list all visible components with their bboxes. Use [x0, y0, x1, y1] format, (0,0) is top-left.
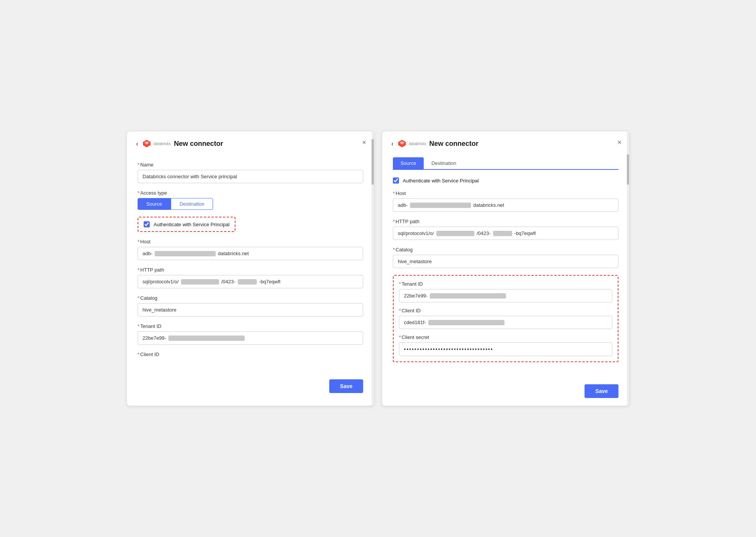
host-prefix: adb-	[143, 251, 152, 256]
back-button-left[interactable]: ‹	[136, 140, 138, 148]
client-secret-field-group: * Client secret ••••••••••••••••••••••••…	[399, 334, 612, 356]
catalog-label-right: * Catalog	[393, 247, 618, 253]
client-id-label: * Client ID	[138, 352, 363, 357]
name-label: * Name	[138, 162, 363, 168]
authenticate-label: Authenticate with Service Principal	[154, 222, 229, 227]
save-button-right[interactable]: Save	[585, 384, 618, 398]
http-path-suffix-right: -bq7eqwfl	[514, 230, 536, 236]
close-button-left[interactable]: ×	[362, 139, 366, 146]
destination-button[interactable]: Destination	[171, 198, 213, 210]
tenant-id-prefix-right: 22be7e99-	[404, 293, 428, 299]
catalog-label: * Catalog	[138, 295, 363, 301]
client-secret-required-star: *	[399, 334, 401, 340]
host-label: * Host	[138, 239, 363, 245]
access-type-required-star: *	[138, 190, 139, 196]
client-id-required-star-right: *	[399, 308, 401, 313]
name-input[interactable]	[138, 170, 363, 183]
host-required-star: *	[138, 239, 139, 245]
http-path-field-group: * HTTP path sql/protocolv1/o/ /0423- -bq…	[138, 267, 363, 288]
client-id-input-right[interactable]: cded181f-	[399, 316, 612, 329]
screen-container: ‹ databricks New connector × * Name	[127, 131, 629, 406]
tenant-id-label: * Tenant ID	[138, 323, 363, 329]
authenticate-checkbox[interactable]	[144, 221, 150, 227]
client-secret-label: * Client secret	[399, 334, 612, 340]
http-path-suffix: -bq7eqwfl	[259, 279, 280, 284]
http-path-redacted1-right	[436, 231, 474, 236]
scrollbar-right	[627, 131, 629, 406]
host-redacted-right	[410, 203, 471, 208]
client-id-label-right: * Client ID	[399, 308, 612, 313]
back-button-right[interactable]: ‹	[391, 140, 394, 148]
host-input[interactable]: adb- databricks.net	[138, 247, 363, 260]
catalog-field-group-right: * Catalog	[393, 247, 618, 268]
authenticate-checkbox-wrapper: Authenticate with Service Principal	[138, 217, 235, 232]
tab-source[interactable]: Source	[393, 157, 424, 169]
tab-destination[interactable]: Destination	[424, 157, 464, 169]
tenant-id-redacted	[168, 336, 245, 341]
host-prefix-right: adb-	[398, 202, 408, 208]
http-path-input-right[interactable]: sql/protocolv1/o/ /0423- -bq7eqwfl	[393, 227, 618, 240]
panel-left: ‹ databricks New connector × * Name	[127, 131, 374, 406]
tenant-id-prefix: 22be7e99-	[143, 335, 166, 341]
databricks-logo-left	[142, 139, 151, 148]
http-path-input[interactable]: sql/protocolv1/o/ /0423- -bq7eqwfl	[138, 275, 363, 288]
tenant-required-star: *	[138, 323, 139, 329]
authenticate-checkbox-right[interactable]	[393, 177, 399, 184]
tenant-id-input-right[interactable]: 22be7e99-	[399, 289, 612, 302]
panel-left-content: * Name * Access type Source Destination	[127, 154, 374, 373]
http-path-redacted2	[238, 279, 257, 284]
panel-right-header: ‹ databricks New connector ×	[382, 131, 629, 154]
scrollbar-thumb-right	[627, 154, 629, 185]
panel-title-right: New connector	[429, 140, 479, 148]
tenant-id-field-group: * Tenant ID 22be7e99-	[138, 323, 363, 345]
tenant-id-redacted-right	[430, 293, 506, 299]
http-required-star: *	[138, 267, 139, 273]
close-button-right[interactable]: ×	[617, 139, 621, 146]
authenticate-checkbox-solid: Authenticate with Service Principal	[393, 177, 618, 184]
access-type-field-group: * Access type Source Destination	[138, 190, 363, 210]
catalog-input[interactable]	[138, 303, 363, 316]
tenant-id-input[interactable]: 22be7e99-	[138, 331, 363, 345]
client-secret-dots: ••••••••••••••••••••••••••••••••••	[404, 346, 493, 352]
host-label-right: * Host	[393, 190, 618, 196]
catalog-input-right[interactable]	[393, 255, 618, 268]
databricks-logo-right	[397, 139, 407, 148]
host-input-right[interactable]: adb- databricks.net	[393, 198, 618, 212]
catalog-required-star: *	[138, 295, 139, 301]
tenant-id-label-right: * Tenant ID	[399, 281, 612, 287]
http-path-redacted2-right	[493, 231, 512, 236]
host-field-group-right: * Host adb- databricks.net	[393, 190, 618, 212]
panel-title-left: New connector	[174, 140, 223, 148]
http-path-prefix: sql/protocolv1/o/	[143, 279, 179, 284]
host-suffix: databricks.net	[218, 251, 249, 256]
scrollbar-left	[372, 131, 374, 406]
logo-right: databricks	[397, 139, 426, 148]
client-secret-input[interactable]: ••••••••••••••••••••••••••••••••••	[399, 342, 612, 356]
http-path-redacted1	[181, 279, 219, 284]
catalog-required-star-right: *	[393, 247, 395, 253]
name-field-group: * Name	[138, 162, 363, 183]
http-path-middle: /0423-	[221, 279, 235, 284]
save-btn-row-left: Save	[127, 373, 374, 401]
panel-right: ‹ databricks New connector × Source Dest…	[382, 131, 629, 406]
host-suffix-right: databricks.net	[473, 202, 504, 208]
http-required-star-right: *	[393, 219, 395, 224]
save-btn-row-right: Save	[382, 378, 629, 406]
name-required-star: *	[138, 162, 139, 168]
logo-text-left: databricks	[154, 142, 171, 146]
save-button-left[interactable]: Save	[329, 379, 363, 393]
http-path-middle-right: /0423-	[477, 230, 491, 236]
tabs-top: Source Destination	[393, 154, 618, 170]
client-id-required-star: *	[138, 352, 139, 357]
source-button[interactable]: Source	[138, 198, 171, 210]
http-path-label-right: * HTTP path	[393, 219, 618, 224]
scrollbar-thumb-left	[372, 139, 374, 185]
tenant-required-star-right: *	[399, 281, 401, 287]
host-redacted	[155, 251, 216, 256]
logo-text-right: databricks	[409, 142, 426, 146]
client-id-prefix-right: cded181f-	[404, 320, 426, 325]
http-path-label: * HTTP path	[138, 267, 363, 273]
http-path-prefix-right: sql/protocolv1/o/	[398, 230, 434, 236]
logo-left: databricks	[142, 139, 171, 148]
tenant-client-secret-box: * Tenant ID 22be7e99- * Client ID	[393, 275, 618, 362]
